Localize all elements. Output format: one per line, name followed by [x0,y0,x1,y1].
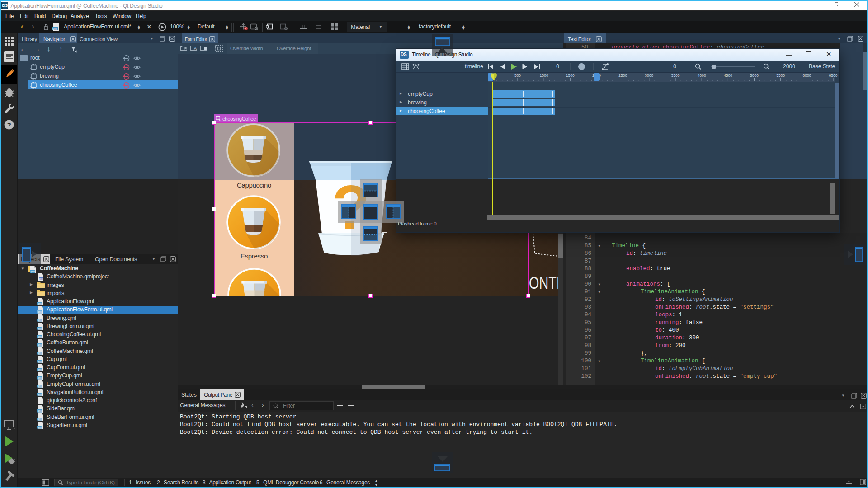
svg-text:qml: qml [38,343,42,346]
svg-text:qml: qml [38,360,42,362]
svg-text:qml: qml [38,277,43,280]
svg-text:A: A [194,46,197,51]
svg-text:6500: 6500 [829,73,838,78]
svg-text:500: 500 [514,73,521,78]
svg-text:4000: 4000 [698,73,706,78]
svg-text:qml: qml [38,376,42,379]
svg-text:3000: 3000 [645,73,653,78]
svg-text:6000: 6000 [802,73,811,78]
svg-text:5000: 5000 [750,73,759,78]
svg-text:qml: qml [38,335,42,338]
svg-text:3500: 3500 [671,73,680,78]
svg-text:qml: qml [38,426,42,428]
svg-text:2500: 2500 [618,73,627,78]
svg-text:qml: qml [38,409,42,412]
svg-text:qml: qml [38,327,42,329]
svg-text:1500: 1500 [566,73,575,78]
svg-text:1000: 1000 [540,73,548,78]
svg-text:qml: qml [38,302,42,305]
svg-text:qml: qml [38,352,42,354]
svg-text:?: ? [7,121,11,129]
svg-text:5500: 5500 [776,73,785,78]
svg-text:qml: qml [38,418,42,420]
svg-text:4500: 4500 [724,73,732,78]
svg-text:qml: qml [38,319,42,321]
svg-text:qml: qml [38,393,42,395]
svg-text:qml: qml [38,368,42,371]
svg-text:qml: qml [30,270,35,273]
svg-text:qml: qml [38,385,42,387]
svg-text:qml: qml [38,310,42,313]
